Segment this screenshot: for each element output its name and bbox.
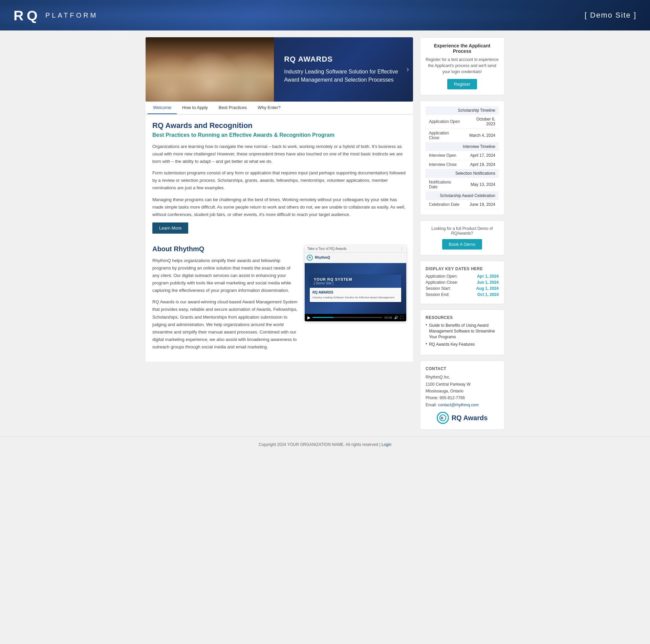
about-video: Take a Tour of RQ Awards ⋮ R RhythmQ [305, 245, 406, 355]
resources-label: RESOURCES [426, 315, 499, 320]
tab-welcome[interactable]: Welcome [148, 102, 177, 114]
applicant-process-title: Experience the Applicant Process [426, 43, 499, 54]
rq-awards-logo: R RQ Awards [426, 412, 499, 424]
resource-item-1: • Guide to Benefits of Using Award Manag… [426, 323, 499, 340]
notifications-value: May 13, 2024 [463, 178, 499, 192]
timeline-row-interview-open: Interview Open April 17, 2024 [426, 151, 499, 160]
section-title: RQ Awards and Recognition [152, 121, 406, 130]
mini-rq-logo: R [307, 255, 313, 261]
key-date-app-open-label: Application Open: [426, 274, 458, 279]
about-title: About RhythmQ [152, 245, 298, 253]
contact-email-addr[interactable]: contact@rhythmq.com [438, 403, 479, 407]
video-screenshot-demo: [ Demo Site ] [314, 281, 397, 285]
resource-item-2: • RQ Awards Key Features [426, 342, 499, 347]
celebration-label: Scholarship Award Celebration [426, 192, 499, 200]
time-bar [312, 317, 382, 318]
resource-bullet-1: • [426, 323, 427, 340]
app-open-label: Application Open [426, 115, 463, 129]
hero-subtitle: Industry Leading Software Solution for E… [284, 68, 403, 84]
logo-area: R Q PLATFORM [14, 7, 98, 24]
app-close-value: March 4, 2024 [463, 129, 499, 143]
interview-timeline-label: Interview Timeline [426, 143, 499, 151]
learn-more-button[interactable]: Learn More [152, 222, 188, 234]
video-screenshot-desc: Industry Leading Software Solution for E… [312, 296, 398, 299]
key-date-app-close-value: Jun 1, 2024 [477, 280, 499, 285]
video-screenshot: YOUR RQ SYSTEM [ Demo Site ] RQ AWARDS I… [310, 275, 401, 302]
login-link[interactable]: Login [382, 442, 391, 447]
body-para-1: Organizations are learning how to naviga… [152, 143, 406, 165]
tab-why-enter[interactable]: Why Enter? [252, 102, 286, 114]
key-date-session-start-value: Aug 1, 2024 [476, 286, 499, 291]
interview-open-label: Interview Open [426, 151, 463, 160]
video-controls[interactable]: ▶ 04:06 🔊 ⛶ [305, 314, 406, 321]
hero-title: RQ AWARDS [284, 55, 403, 64]
timeline-row-notifications: Notifications Date May 13, 2024 [426, 178, 499, 192]
hero-image [146, 37, 274, 102]
volume-icon[interactable]: 🔊 [394, 316, 398, 319]
video-menu-icon[interactable]: ⋮ [400, 247, 404, 251]
about-text: About RhythmQ RhythmQ helps organization… [152, 245, 298, 355]
resources-card: RESOURCES • Guide to Benefits of Using A… [420, 309, 504, 355]
resource-link-2[interactable]: RQ Awards Key Features [429, 342, 475, 347]
hero-next-arrow[interactable]: › [407, 65, 409, 74]
book-demo-button[interactable]: Book A Demo [442, 239, 482, 250]
key-date-app-open: Application Open: Apr 1, 2024 [426, 274, 499, 279]
selection-notifications-header: Selection Notifications [426, 169, 499, 178]
main-content: RQ AWARDS Industry Leading Software Solu… [146, 37, 413, 430]
register-button[interactable]: Register [447, 79, 477, 89]
key-dates-card: DISPLAY KEY DATES HERE Application Open:… [420, 261, 504, 304]
svg-text:R: R [14, 8, 24, 23]
fullscreen-icon[interactable]: ⛶ [400, 316, 404, 319]
rq-awards-text: RQ Awards [452, 414, 488, 422]
play-button[interactable]: ▶ [307, 315, 310, 320]
rq-logo-svg: R Q [14, 7, 41, 24]
section-subtitle: Best Practices to Running an Effective A… [152, 132, 406, 138]
video-time: 04:06 [384, 316, 392, 319]
video-screenshot-header: YOUR RQ SYSTEM [ Demo Site ] [310, 275, 401, 288]
video-thumbnail[interactable]: Take a Tour of RQ Awards ⋮ R RhythmQ [305, 245, 406, 321]
interview-timeline-header: Interview Timeline [426, 143, 499, 151]
body-para-3: Managing these programs can be challengi… [152, 196, 406, 218]
contact-info: RhythmQ Inc. 1100 Central Parkway W Miss… [426, 374, 499, 408]
contact-label: CONTACT [426, 366, 499, 371]
demo-badge: [ Demo Site ] [585, 11, 636, 20]
resource-link-1[interactable]: Guide to Benefits of Using Award Managem… [429, 323, 499, 340]
key-date-app-open-value: Apr 1, 2024 [477, 274, 499, 279]
hero-text-area: RQ AWARDS Industry Leading Software Solu… [274, 37, 413, 102]
rq-awards-icon: R [439, 414, 447, 422]
app-close-label: Application Close [426, 129, 463, 143]
applicant-process-card: Experience the Applicant Process Registe… [420, 37, 504, 95]
hero-banner: RQ AWARDS Industry Leading Software Solu… [146, 37, 413, 102]
tab-how-to-apply[interactable]: How to Apply [177, 102, 213, 114]
nav-tabs: Welcome How to Apply Best Practices Why … [146, 102, 413, 114]
interview-close-value: April 19, 2024 [463, 160, 499, 169]
contact-company: RhythmQ Inc. [426, 374, 499, 381]
svg-text:Q: Q [27, 8, 38, 23]
time-progress [312, 317, 333, 318]
hero-crowd-bg [146, 37, 274, 102]
video-screenshot-title: RQ AWARDS [312, 291, 398, 294]
video-screenshot-content: RQ AWARDS Industry Leading Software Solu… [310, 288, 401, 302]
key-dates-label: DISPLAY KEY DATES HERE [426, 266, 499, 271]
video-brand-bar: R RhythmQ [305, 253, 406, 263]
resource-bullet-2: • [426, 342, 427, 347]
product-demo-card: Looking for a full Product Demo of RQAwa… [420, 220, 504, 255]
key-date-session-start: Session Start: Aug 1, 2024 [426, 286, 499, 291]
rq-circle-logo: R [437, 412, 449, 424]
selection-notifications-label: Selection Notifications [426, 169, 499, 178]
contact-phone: Phone: 905-812-7766 [426, 394, 499, 401]
key-date-app-close: Application Close: Jun 1, 2024 [426, 280, 499, 285]
key-date-session-end: Session End: Oct 1, 2024 [426, 292, 499, 297]
scholarship-timeline-label: Scholarship Timeline [426, 106, 499, 115]
video-screenshot-brand: YOUR RQ SYSTEM [314, 277, 397, 281]
tab-best-practices[interactable]: Best Practices [213, 102, 252, 114]
timeline-row-interview-close: Interview Close April 19, 2024 [426, 160, 499, 169]
page-wrapper: RQ AWARDS Industry Leading Software Solu… [139, 37, 511, 430]
timeline-row-celebration: Celebration Date June 19, 2024 [426, 200, 499, 209]
notifications-label: Notifications Date [426, 178, 463, 192]
key-date-session-end-value: Oct 1, 2024 [477, 292, 499, 297]
scholarship-timeline-header: Scholarship Timeline [426, 106, 499, 115]
timeline-card: Scholarship Timeline Application Open Oc… [420, 101, 504, 215]
key-date-session-start-label: Session Start: [426, 286, 451, 291]
timeline-row-app-close: Application Close March 4, 2024 [426, 129, 499, 143]
